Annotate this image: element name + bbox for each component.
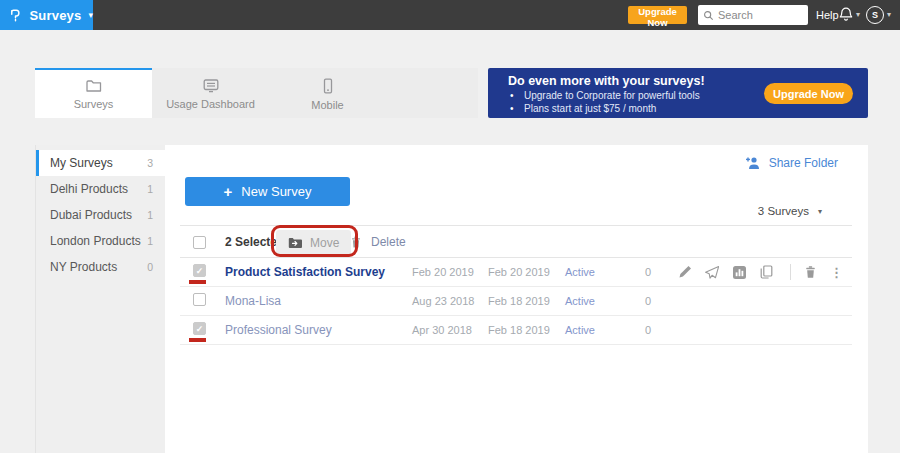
section-tabs: Surveys Usage Dashboard Mobile [35,68,478,118]
status-label: Active [565,324,595,336]
folder-icon [85,78,103,93]
move-label: Move [310,236,339,250]
app-window: Surveys ▾ Upgrade Now Help ▾ S ▾ S [0,0,900,453]
folder-label: Dubai Products [50,208,132,222]
folder-count: 3 [147,157,153,169]
created-date: Apr 30 2018 [412,324,472,336]
notifications-bell-icon[interactable] [838,6,854,27]
search-box[interactable] [698,5,808,25]
surveys-count-dropdown[interactable]: 3 Surveys ▾ [758,205,822,217]
surveys-table: 2 Selected Move Delete [180,225,852,345]
tab-surveys[interactable]: Surveys [35,68,152,118]
survey-title-link[interactable]: Mona-Lisa [225,294,281,308]
upgrade-now-button[interactable]: Upgrade Now [628,6,687,24]
banner-bullet-1: Upgrade to Corporate for powerful tools [524,90,700,101]
delete-label: Delete [371,235,406,249]
banner-upgrade-button[interactable]: Upgrade Now [764,83,853,104]
send-plane-icon[interactable] [705,266,719,279]
surveys-count-label: 3 Surveys [758,205,809,217]
banner-title: Do even more with your surveys! [508,74,705,88]
modified-date: Feb 20 2019 [488,266,550,278]
dashboard-icon [202,78,220,93]
folders-sidebar: My Surveys 3 Delhi Products 1 Dubai Prod… [35,145,165,453]
move-button[interactable]: Move [276,230,351,255]
help-link[interactable]: Help [816,9,839,21]
created-date: Feb 20 2019 [412,266,474,278]
user-avatar[interactable]: S [866,6,884,24]
survey-title-link[interactable]: Professional Survey [225,323,332,337]
promo-banner: Do even more with your surveys! Upgrade … [488,68,868,118]
share-folder-icon [745,156,761,170]
row-3-checkbox[interactable]: ✓ [193,322,206,335]
table-row-mona-lisa: Mona-Lisa Aug 23 2018 Feb 18 2019 Active… [180,287,852,316]
tab-mobile-label: Mobile [311,99,343,111]
banner-bullet-2: Plans start at just $75 / month [524,103,656,114]
trash-icon [350,235,362,249]
tab-usage-dashboard-label: Usage Dashboard [166,98,255,110]
folder-label: My Surveys [50,156,113,170]
responses-count: 0 [645,266,651,278]
survey-title-link[interactable]: Product Satisfaction Survey [225,265,385,279]
folder-label: Delhi Products [50,182,128,196]
delete-button[interactable]: Delete [350,226,406,257]
share-folder-label: Share Folder [769,156,838,170]
notifications-caret-icon[interactable]: ▾ [856,10,860,19]
new-survey-button[interactable]: + New Survey [185,177,350,206]
divider [790,264,791,280]
new-survey-label: New Survey [241,184,311,199]
sidebar-item-delhi-products[interactable]: Delhi Products 1 [36,176,165,202]
status-label: Active [565,295,595,307]
topbar: Surveys ▾ Upgrade Now Help ▾ S ▾ [0,0,900,30]
folder-count: 0 [147,261,153,273]
move-folder-icon [288,237,302,248]
copy-icon[interactable] [759,265,773,279]
sidebar-item-my-surveys[interactable]: My Surveys 3 [36,150,165,176]
tab-surveys-label: Surveys [74,98,114,110]
share-folder-link[interactable]: Share Folder [745,156,838,170]
folder-label: NY Products [50,260,117,274]
folder-count: 1 [147,183,153,195]
surveys-panel: Share Folder + New Survey 3 Surveys ▾ 2 … [165,145,868,453]
mobile-phone-icon [319,78,337,94]
folder-count: 1 [147,209,153,221]
delete-trash-icon[interactable] [803,265,817,279]
modified-date: Feb 18 2019 [488,324,550,336]
sidebar-item-ny-products[interactable]: NY Products 0 [36,254,165,280]
search-icon [703,10,714,21]
responses-count: 0 [645,324,651,336]
table-row-professional-survey: ✓ Professional Survey Apr 30 2018 Feb 18… [180,316,852,345]
folder-label: London Products [50,234,141,248]
tab-mobile[interactable]: Mobile [269,68,386,118]
edit-pencil-icon[interactable] [678,265,692,279]
modified-date: Feb 18 2019 [488,295,550,307]
app-menu[interactable]: Surveys ▾ [0,0,93,30]
selection-toolbar: 2 Selected Move Delete [180,225,852,258]
row-1-checkbox[interactable]: ✓ [193,264,206,277]
chevron-down-icon: ▾ [818,207,822,216]
status-label: Active [565,266,595,278]
proprofs-logo-icon [9,6,21,24]
table-row-product-satisfaction-survey: ✓ Product Satisfaction Survey Feb 20 201… [180,258,852,287]
chevron-down-icon: ▾ [88,10,93,20]
row-2-checkbox[interactable] [193,293,206,306]
plus-icon: + [224,183,233,200]
more-options-icon[interactable]: ⋮ [830,266,843,279]
created-date: Aug 23 2018 [412,295,474,307]
folder-count: 1 [147,235,153,247]
tab-usage-dashboard[interactable]: Usage Dashboard [152,68,269,118]
select-all-checkbox[interactable] [193,236,206,249]
sidebar-item-london-products[interactable]: London Products 1 [36,228,165,254]
search-input[interactable] [718,9,798,21]
app-menu-label: Surveys [29,8,81,23]
responses-count: 0 [645,295,651,307]
row-actions: ⋮ [678,258,843,286]
sidebar-item-dubai-products[interactable]: Dubai Products 1 [36,202,165,228]
reports-chart-icon[interactable] [732,266,746,279]
account-caret-icon[interactable]: ▾ [887,10,891,19]
